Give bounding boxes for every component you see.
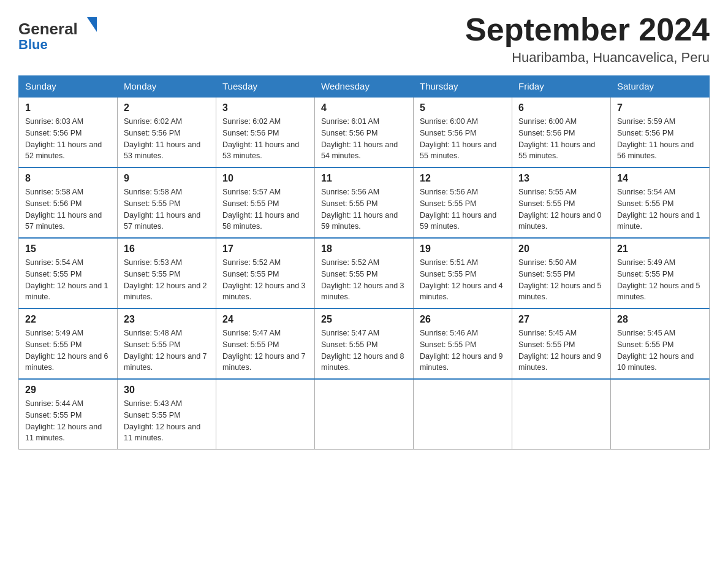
header-friday: Friday xyxy=(512,76,611,98)
day-number: 25 xyxy=(321,314,407,325)
table-row: 8 Sunrise: 5:58 AM Sunset: 5:56 PM Dayli… xyxy=(19,167,118,238)
table-row: 18 Sunrise: 5:52 AM Sunset: 5:55 PM Dayl… xyxy=(315,238,414,308)
title-area: September 2024 Huaribamba, Huancavelica,… xyxy=(465,12,710,66)
week-row-2: 8 Sunrise: 5:58 AM Sunset: 5:56 PM Dayli… xyxy=(19,167,710,238)
day-info: Sunrise: 5:51 AM Sunset: 5:55 PM Dayligh… xyxy=(420,257,506,303)
day-info: Sunrise: 5:43 AM Sunset: 5:55 PM Dayligh… xyxy=(124,398,210,444)
day-info: Sunrise: 5:55 AM Sunset: 5:55 PM Dayligh… xyxy=(518,186,604,232)
day-info: Sunrise: 5:56 AM Sunset: 5:55 PM Dayligh… xyxy=(321,186,407,232)
day-number: 9 xyxy=(124,173,210,184)
day-number: 26 xyxy=(420,314,506,325)
table-row: 21 Sunrise: 5:49 AM Sunset: 5:55 PM Dayl… xyxy=(611,238,710,308)
day-number: 21 xyxy=(617,243,703,255)
week-row-1: 1 Sunrise: 6:03 AM Sunset: 5:56 PM Dayli… xyxy=(19,97,710,167)
day-number: 16 xyxy=(124,243,210,255)
day-info: Sunrise: 5:54 AM Sunset: 5:55 PM Dayligh… xyxy=(25,257,111,303)
logo: General Blue xyxy=(18,12,104,58)
day-number: 27 xyxy=(518,314,604,325)
day-number: 12 xyxy=(420,173,506,184)
day-info: Sunrise: 5:52 AM Sunset: 5:55 PM Dayligh… xyxy=(321,257,407,303)
day-info: Sunrise: 5:47 AM Sunset: 5:55 PM Dayligh… xyxy=(222,327,308,373)
day-number: 22 xyxy=(25,314,111,325)
table-row: 11 Sunrise: 5:56 AM Sunset: 5:55 PM Dayl… xyxy=(315,167,414,238)
day-info: Sunrise: 5:56 AM Sunset: 5:55 PM Dayligh… xyxy=(420,186,506,232)
svg-text:Blue: Blue xyxy=(18,37,48,52)
table-row: 27 Sunrise: 5:45 AM Sunset: 5:55 PM Dayl… xyxy=(512,308,611,379)
day-number: 15 xyxy=(25,243,111,255)
table-row: 24 Sunrise: 5:47 AM Sunset: 5:55 PM Dayl… xyxy=(216,308,315,379)
day-number: 3 xyxy=(222,102,308,113)
table-row: 14 Sunrise: 5:54 AM Sunset: 5:55 PM Dayl… xyxy=(611,167,710,238)
day-number: 5 xyxy=(420,102,506,113)
table-row: 3 Sunrise: 6:02 AM Sunset: 5:56 PM Dayli… xyxy=(216,97,315,167)
table-row: 13 Sunrise: 5:55 AM Sunset: 5:55 PM Dayl… xyxy=(512,167,611,238)
calendar-table: Sunday Monday Tuesday Wednesday Thursday… xyxy=(18,75,710,450)
svg-marker-1 xyxy=(87,17,97,32)
day-number: 10 xyxy=(222,173,308,184)
day-number: 24 xyxy=(222,314,308,325)
day-info: Sunrise: 6:01 AM Sunset: 5:56 PM Dayligh… xyxy=(321,116,407,162)
day-info: Sunrise: 6:00 AM Sunset: 5:56 PM Dayligh… xyxy=(420,116,506,162)
table-row: 15 Sunrise: 5:54 AM Sunset: 5:55 PM Dayl… xyxy=(19,238,118,308)
logo-area: General Blue xyxy=(18,12,104,60)
header-thursday: Thursday xyxy=(414,76,512,98)
table-row xyxy=(512,379,611,450)
week-row-3: 15 Sunrise: 5:54 AM Sunset: 5:55 PM Dayl… xyxy=(19,238,710,308)
table-row: 16 Sunrise: 5:53 AM Sunset: 5:55 PM Dayl… xyxy=(118,238,216,308)
day-info: Sunrise: 5:47 AM Sunset: 5:55 PM Dayligh… xyxy=(321,327,407,373)
day-info: Sunrise: 5:45 AM Sunset: 5:55 PM Dayligh… xyxy=(518,327,604,373)
day-number: 18 xyxy=(321,243,407,255)
day-info: Sunrise: 6:03 AM Sunset: 5:56 PM Dayligh… xyxy=(25,116,111,162)
table-row: 6 Sunrise: 6:00 AM Sunset: 5:56 PM Dayli… xyxy=(512,97,611,167)
day-info: Sunrise: 5:44 AM Sunset: 5:55 PM Dayligh… xyxy=(25,398,111,444)
table-row xyxy=(414,379,512,450)
table-row: 7 Sunrise: 5:59 AM Sunset: 5:56 PM Dayli… xyxy=(611,97,710,167)
day-number: 19 xyxy=(420,243,506,255)
day-info: Sunrise: 6:02 AM Sunset: 5:56 PM Dayligh… xyxy=(124,116,210,162)
day-number: 20 xyxy=(518,243,604,255)
day-number: 17 xyxy=(222,243,308,255)
table-row: 17 Sunrise: 5:52 AM Sunset: 5:55 PM Dayl… xyxy=(216,238,315,308)
table-row: 29 Sunrise: 5:44 AM Sunset: 5:55 PM Dayl… xyxy=(19,379,118,450)
table-row xyxy=(216,379,315,450)
table-row: 10 Sunrise: 5:57 AM Sunset: 5:55 PM Dayl… xyxy=(216,167,315,238)
table-row: 28 Sunrise: 5:45 AM Sunset: 5:55 PM Dayl… xyxy=(611,308,710,379)
day-number: 23 xyxy=(124,314,210,325)
table-row: 20 Sunrise: 5:50 AM Sunset: 5:55 PM Dayl… xyxy=(512,238,611,308)
day-info: Sunrise: 5:52 AM Sunset: 5:55 PM Dayligh… xyxy=(222,257,308,303)
header-sunday: Sunday xyxy=(19,76,118,98)
day-number: 2 xyxy=(124,102,210,113)
day-number: 7 xyxy=(617,102,703,113)
day-info: Sunrise: 5:58 AM Sunset: 5:55 PM Dayligh… xyxy=(124,186,210,232)
day-info: Sunrise: 6:02 AM Sunset: 5:56 PM Dayligh… xyxy=(222,116,308,162)
table-row: 26 Sunrise: 5:46 AM Sunset: 5:55 PM Dayl… xyxy=(414,308,512,379)
table-row: 19 Sunrise: 5:51 AM Sunset: 5:55 PM Dayl… xyxy=(414,238,512,308)
week-row-5: 29 Sunrise: 5:44 AM Sunset: 5:55 PM Dayl… xyxy=(19,379,710,450)
page-subtitle: Huaribamba, Huancavelica, Peru xyxy=(465,50,710,66)
day-number: 30 xyxy=(124,385,210,396)
table-row xyxy=(315,379,414,450)
header-monday: Monday xyxy=(118,76,216,98)
day-info: Sunrise: 6:00 AM Sunset: 5:56 PM Dayligh… xyxy=(518,116,604,162)
page-header: General Blue September 2024 Huaribamba, … xyxy=(18,12,710,66)
day-info: Sunrise: 5:57 AM Sunset: 5:55 PM Dayligh… xyxy=(222,186,308,232)
day-number: 11 xyxy=(321,173,407,184)
table-row: 1 Sunrise: 6:03 AM Sunset: 5:56 PM Dayli… xyxy=(19,97,118,167)
table-row xyxy=(611,379,710,450)
day-info: Sunrise: 5:48 AM Sunset: 5:55 PM Dayligh… xyxy=(124,327,210,373)
svg-text:General: General xyxy=(18,20,78,38)
table-row: 23 Sunrise: 5:48 AM Sunset: 5:55 PM Dayl… xyxy=(118,308,216,379)
table-row: 9 Sunrise: 5:58 AM Sunset: 5:55 PM Dayli… xyxy=(118,167,216,238)
header-tuesday: Tuesday xyxy=(216,76,315,98)
day-info: Sunrise: 5:45 AM Sunset: 5:55 PM Dayligh… xyxy=(617,327,703,373)
day-number: 28 xyxy=(617,314,703,325)
day-info: Sunrise: 5:58 AM Sunset: 5:56 PM Dayligh… xyxy=(25,186,111,232)
day-info: Sunrise: 5:59 AM Sunset: 5:56 PM Dayligh… xyxy=(617,116,703,162)
table-row: 2 Sunrise: 6:02 AM Sunset: 5:56 PM Dayli… xyxy=(118,97,216,167)
table-row: 25 Sunrise: 5:47 AM Sunset: 5:55 PM Dayl… xyxy=(315,308,414,379)
day-number: 8 xyxy=(25,173,111,184)
week-row-4: 22 Sunrise: 5:49 AM Sunset: 5:55 PM Dayl… xyxy=(19,308,710,379)
day-info: Sunrise: 5:49 AM Sunset: 5:55 PM Dayligh… xyxy=(617,257,703,303)
day-info: Sunrise: 5:50 AM Sunset: 5:55 PM Dayligh… xyxy=(518,257,604,303)
page-title: September 2024 xyxy=(465,12,710,47)
